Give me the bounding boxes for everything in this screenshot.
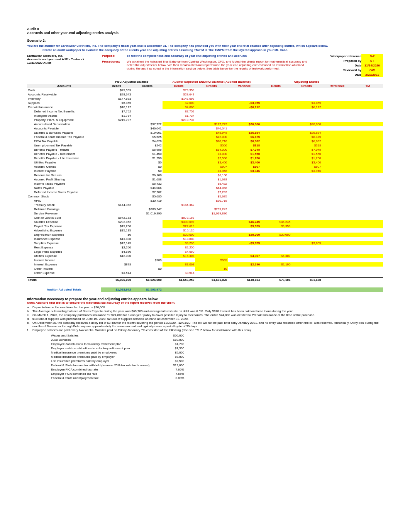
course-title: Audit II <box>27 27 383 31</box>
wp-rev-value: GW <box>361 68 383 73</box>
table-row: Inventory$147,693$147,693 <box>27 97 383 101</box>
payroll-table: Wages and Salaries$60,0002020 Bonuses$10… <box>50 333 187 380</box>
wp-ref-label: Workpaper reference <box>310 54 361 59</box>
totals-pbc-d: $6,026,000 <box>101 277 132 282</box>
payroll-row: Employer match contributions to voluntar… <box>50 346 187 350</box>
col-adj-debits: Debits <box>261 84 291 88</box>
table-row: Rent Expense$2,250$2,250 <box>27 245 383 250</box>
table-row: Deferred Income Tax Benefits$7,752$7,752 <box>27 109 383 114</box>
table-row: Intangible Assets$1,734$1,734 <box>27 114 383 118</box>
purpose-text: To test the completeness and accuracy of… <box>127 54 247 58</box>
table-row: Interest Income$989$989 <box>27 258 383 262</box>
payroll-row: Employee contributions to voluntary reti… <box>50 342 187 346</box>
payroll-row: Employee FICA combined tax rate7.65% <box>50 367 187 372</box>
wp-ref-value: B-2 <box>361 54 383 59</box>
table-row: Cash$79,359$79,359 <box>27 88 383 92</box>
table-row: Utilities Payable$0$3,400$3,400$3,400 <box>27 160 383 165</box>
col-reference: Reference <box>322 84 352 88</box>
table-row: Reserve for Returns$6,100$6,100 <box>27 173 383 177</box>
wp-date2-label: Date <box>310 73 361 77</box>
col-pbc-debits: Debits <box>101 84 132 88</box>
client-name: Earthwear Clothiers, Inc. <box>27 54 100 58</box>
note-item: d.$18,000 of supplies was purchased on J… <box>27 317 383 321</box>
wp-values: B-2 ST 11/14/2020 GW 2/22/2021 <box>361 54 383 77</box>
page-subtitle: Accrueds and other year-end adjusting en… <box>27 31 383 35</box>
table-row: Cost of Goods Sold$572,153$572,153 <box>27 216 383 220</box>
col-aud-debits: Debits <box>163 84 195 88</box>
wp-labels: Workpaper reference Prepared by Date Rev… <box>310 54 361 77</box>
table-row: Unemployment Tax Payable$242$560$318$318 <box>27 143 383 148</box>
payroll-row: Federal & State Income tax withheld (ass… <box>50 363 187 367</box>
col-pbc-credits: Credits <box>132 84 162 88</box>
auditor-totals-c: $1,593,972 <box>132 287 162 292</box>
table-row: Other Expense$3,514$3,514 <box>27 271 383 275</box>
note-item: f.Employee salaries are paid every two w… <box>27 328 383 332</box>
payroll-row: Life Insurance premiums paid by employer… <box>50 359 187 363</box>
wp-prep-label: Prepared by <box>310 59 361 63</box>
note-item: b.The Average outstanding balance of Not… <box>27 309 383 313</box>
table-row: Utilities Expense$12,000$16,307$4,307$4,… <box>27 254 383 258</box>
totals-label: Totals <box>27 277 101 282</box>
col-variance: Variance <box>228 84 261 88</box>
wp-prep-value: ST <box>361 59 383 63</box>
payroll-row: Wages and Salaries$60,000 <box>50 333 187 338</box>
column-header-row: Accounts Debits Credits Debits Credits V… <box>27 84 383 88</box>
table-row: Benefits Payable - Health$6,955$14,000$7… <box>27 148 383 152</box>
table-row: Interest Payable$0$3,946$3,946$3,946 <box>27 169 383 173</box>
client-sub-2: 12/31/2020 Audit <box>27 61 100 65</box>
col-accounts: Accounts <box>27 84 101 88</box>
adjusting-header: Adjusting Entries <box>261 80 352 84</box>
payroll-row: Employer FICA combined tax rate7.65% <box>50 372 187 376</box>
col-adj-credits: Credits <box>291 84 322 88</box>
wp-date1-label: Date <box>310 63 361 68</box>
table-row: Accrued Profit Sharing$1,688$1,688 <box>27 177 383 182</box>
note-item: a.Depreciation on the machines for the y… <box>27 306 383 309</box>
table-row: Accounts Payable$46,041$46,041 <box>27 126 383 131</box>
table-row: Accrued Utilities$0$907$907$907 <box>27 165 383 169</box>
table-row: Retained Earnings$289,247$289,247 <box>27 207 383 211</box>
intro-line-1: You are the auditor for Earthwear Clothi… <box>27 44 383 48</box>
table-row: APIC$30,719$30,719 <box>27 199 383 203</box>
table-row: Service Revenue$1,019,890$1,019,890 <box>27 211 383 216</box>
col-tm: TM <box>352 84 383 88</box>
procedures-text: We obtained the Adjusted Trial Balance f… <box>127 60 307 70</box>
payroll-row: Medical insurance premiums paid by emplo… <box>50 350 187 355</box>
ledger-table: PBC Adjusted Balance Auditor Expected EN… <box>27 80 383 292</box>
table-row: Accounts Receivable$28,643$28,643 <box>27 92 383 97</box>
totals-row: Totals $6,026,000 $6,026,000 $1,656,250 … <box>27 277 383 282</box>
table-row: Supplies$5,855$2,000-$3,855$3,855 <box>27 101 383 105</box>
table-row: Legal Fees Expense$4,650$4,650 <box>27 250 383 254</box>
intro-line-2: Create an audit workpaper to evaluate th… <box>42 48 383 52</box>
col-aud-credits: Credits <box>195 84 228 88</box>
table-row: Benefits Payable - Retirement$1,450$3,00… <box>27 152 383 156</box>
table-row: Payroll Tax Expense$19,260$22,619$3,359$… <box>27 224 383 228</box>
totals-aud-c: $1,671,828 <box>195 277 228 282</box>
wp-rev-label: Reviewed by <box>310 68 361 73</box>
table-row: Salaries Expense$292,852$339,097$46,245$… <box>27 220 383 224</box>
section-header-row: PBC Adjusted Balance Auditor Expected EN… <box>27 80 383 84</box>
table-row: Federal & State Income Tax Payable$5,525… <box>27 135 383 139</box>
table-row: Advertising Expense$15,135$15,135 <box>27 228 383 233</box>
totals-var: $140,134 <box>228 277 261 282</box>
procedures-label: Procedures: <box>102 60 126 63</box>
purpose-label: Purpose: <box>102 54 126 58</box>
table-row: Interest Expense$878$3,068$2,190$2,190 <box>27 262 383 267</box>
auditor-totals-row: Auditor Adjusted Totals $1,593,972 $1,59… <box>27 287 383 292</box>
table-row: Benefits Payable - Life Insurance$1,250$… <box>27 156 383 160</box>
notes-list: a.Depreciation on the machines for the y… <box>27 306 383 332</box>
page-header: Audit II Accrueds and other year-end adj… <box>27 27 383 35</box>
totals-adj-c: $91,678 <box>291 277 322 282</box>
client-sub-1: Accrueds and year end AJE's Testwork <box>27 58 100 61</box>
totals-aud-d: $1,656,250 <box>163 277 195 282</box>
table-row: Treasury Stock$144,362$144,362 <box>27 203 383 207</box>
note-item: e.On December 30, the company receives a… <box>27 321 383 328</box>
payroll-row: Federal & State unemployment tax0.80% <box>50 376 187 380</box>
note-item: c.On March 1, 2020, the company purchase… <box>27 313 383 317</box>
scenario-label: Scenario 2: <box>27 39 383 42</box>
auditor-totals-d: $1,593,972 <box>101 287 132 292</box>
table-row: Other Income$0$0 <box>27 267 383 271</box>
wp-date1-value: 11/14/2020 <box>361 63 383 68</box>
totals-pbc-c: $6,026,000 <box>132 277 162 282</box>
totals-adj-d: $76,101 <box>261 277 291 282</box>
table-row: FICA Tax Payable$4,628$10,710$6,082$6,08… <box>27 139 383 143</box>
